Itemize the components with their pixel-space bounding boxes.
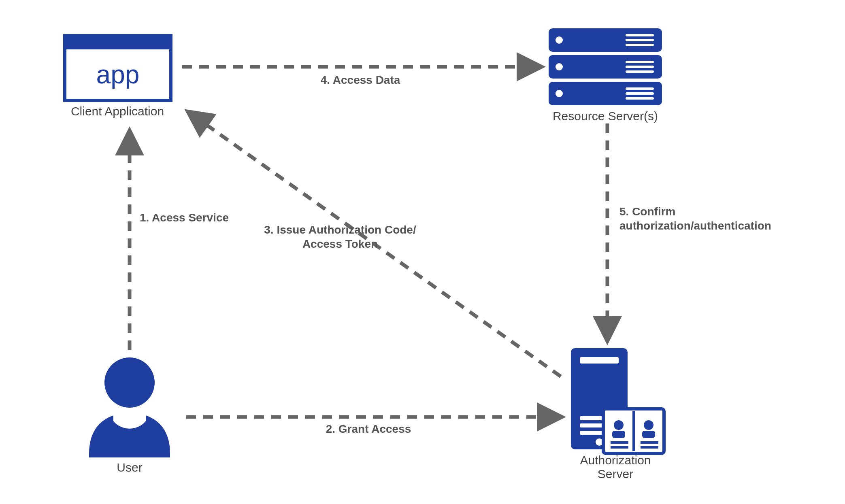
svg-rect-5 bbox=[626, 34, 654, 36]
svg-point-2 bbox=[104, 357, 155, 408]
edge-2-label: 2. Grant Access bbox=[296, 422, 441, 436]
svg-rect-28 bbox=[611, 441, 628, 444]
svg-rect-18 bbox=[571, 348, 628, 449]
client-app-label: Client Application bbox=[49, 104, 186, 118]
svg-rect-16 bbox=[626, 92, 654, 95]
svg-rect-0 bbox=[65, 36, 171, 100]
svg-point-4 bbox=[556, 36, 563, 44]
svg-rect-8 bbox=[549, 55, 662, 79]
svg-rect-31 bbox=[642, 431, 655, 438]
svg-rect-21 bbox=[580, 423, 619, 427]
svg-rect-20 bbox=[580, 416, 619, 420]
svg-rect-6 bbox=[626, 39, 654, 41]
edge-1-label: 1. Acess Service bbox=[140, 211, 245, 225]
svg-point-30 bbox=[644, 420, 653, 430]
svg-rect-17 bbox=[626, 97, 654, 100]
svg-point-23 bbox=[596, 438, 603, 446]
svg-rect-27 bbox=[612, 431, 625, 438]
svg-point-26 bbox=[614, 420, 624, 430]
svg-rect-32 bbox=[641, 441, 658, 444]
svg-rect-29 bbox=[611, 446, 628, 449]
svg-rect-10 bbox=[626, 61, 654, 63]
svg-rect-3 bbox=[549, 28, 662, 52]
svg-rect-12 bbox=[626, 70, 654, 73]
svg-point-14 bbox=[556, 90, 563, 97]
svg-rect-11 bbox=[626, 66, 654, 68]
svg-rect-15 bbox=[626, 87, 654, 90]
client-app-icon-text: app bbox=[96, 60, 140, 89]
svg-rect-19 bbox=[580, 357, 619, 364]
auth-server-label: Authorization Server bbox=[567, 453, 664, 481]
svg-rect-1 bbox=[65, 36, 171, 49]
svg-rect-33 bbox=[641, 446, 658, 449]
edge-5-label: 5. Confirm authorization/authentication bbox=[619, 204, 798, 233]
svg-rect-24 bbox=[603, 409, 664, 453]
svg-point-9 bbox=[556, 63, 563, 70]
svg-rect-7 bbox=[626, 44, 654, 46]
edge-4-label: 4. Access Data bbox=[300, 73, 421, 87]
diagram-canvas: app Client Application User bbox=[0, 0, 845, 504]
resource-server-label: Resource Server(s) bbox=[545, 109, 666, 123]
svg-rect-22 bbox=[580, 431, 619, 435]
user-label: User bbox=[89, 461, 170, 474]
edge-3-label: 3. Issue Authorization Code/ Access Toke… bbox=[247, 223, 433, 251]
svg-rect-13 bbox=[549, 82, 662, 105]
